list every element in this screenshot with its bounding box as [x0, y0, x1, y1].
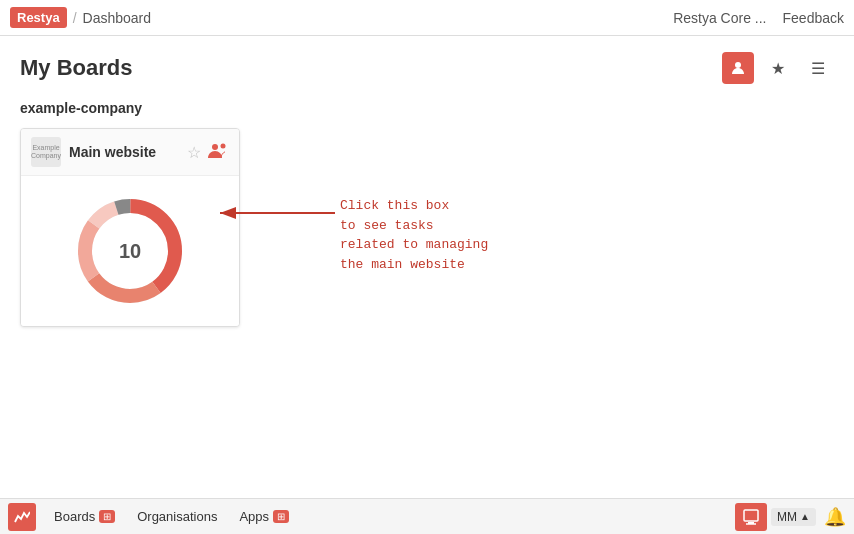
board-star-icon[interactable]: ☆ [187, 143, 201, 162]
svg-point-0 [735, 62, 741, 68]
footer: Boards ⊞ Organisations Apps ⊞ MM ▲ 🔔 [0, 498, 854, 534]
svg-rect-12 [744, 510, 758, 521]
person-filter-button[interactable] [722, 52, 754, 84]
mm-label: MM [777, 510, 797, 524]
section-header: My Boards ★ ☰ [20, 52, 834, 84]
apps-tab-badge: ⊞ [273, 510, 289, 523]
board-team-icon [207, 141, 229, 164]
annotation-line2: to see tasks [340, 218, 434, 233]
section-title: My Boards [20, 55, 722, 81]
feedback-link[interactable]: Feedback [783, 10, 844, 26]
breadcrumb: Dashboard [83, 10, 152, 26]
board-card-header: ExampleCompany Main website ☆ [21, 129, 239, 176]
annotation-text: Click this box to see tasks related to m… [340, 196, 488, 274]
header-right: Restya Core ... Feedback [673, 10, 844, 26]
annotation-line4: the main website [340, 257, 465, 272]
footer-left: Boards ⊞ Organisations Apps ⊞ [8, 503, 299, 531]
svg-point-1 [212, 144, 218, 150]
boards-tab-badge: ⊞ [99, 510, 115, 523]
section-icons: ★ ☰ [722, 52, 834, 84]
footer-tab-boards[interactable]: Boards ⊞ [44, 505, 125, 528]
footer-mm-button[interactable]: MM ▲ [771, 508, 816, 526]
board-logo: ExampleCompany [31, 137, 61, 167]
footer-tab-organisations[interactable]: Organisations [127, 505, 227, 528]
board-name: Main website [69, 144, 187, 160]
main-content: My Boards ★ ☰ example-company ExampleCom… [0, 36, 854, 498]
list-filter-button[interactable]: ☰ [802, 52, 834, 84]
footer-chart-icon[interactable] [8, 503, 36, 531]
footer-bell-icon[interactable]: 🔔 [824, 506, 846, 528]
list-icon: ☰ [811, 59, 825, 78]
donut-center-value: 10 [119, 240, 141, 263]
footer-right: MM ▲ 🔔 [735, 503, 846, 531]
footer-device-icon[interactable] [735, 503, 767, 531]
boards-tab-label: Boards [54, 509, 95, 524]
header: Restya / Dashboard Restya Core ... Feedb… [0, 0, 854, 36]
annotation-line3: related to managing [340, 237, 488, 252]
apps-tab-label: Apps [239, 509, 269, 524]
footer-tab-apps[interactable]: Apps ⊞ [229, 505, 299, 528]
breadcrumb-separator: / [73, 10, 77, 26]
star-filter-button[interactable]: ★ [762, 52, 794, 84]
organisations-tab-label: Organisations [137, 509, 217, 524]
annotation-line1: Click this box [340, 198, 449, 213]
logo[interactable]: Restya [10, 7, 67, 28]
donut-chart: 10 [70, 191, 190, 311]
star-icon: ★ [771, 59, 785, 78]
svg-point-2 [221, 143, 226, 148]
chevron-up-icon: ▲ [800, 511, 810, 522]
annotation: Click this box to see tasks related to m… [340, 196, 488, 274]
company-label: example-company [20, 100, 834, 116]
board-card[interactable]: ExampleCompany Main website ☆ [20, 128, 240, 327]
annotation-arrow-icon [210, 198, 340, 228]
board-chart: 10 [21, 176, 239, 326]
restya-core-link[interactable]: Restya Core ... [673, 10, 766, 26]
